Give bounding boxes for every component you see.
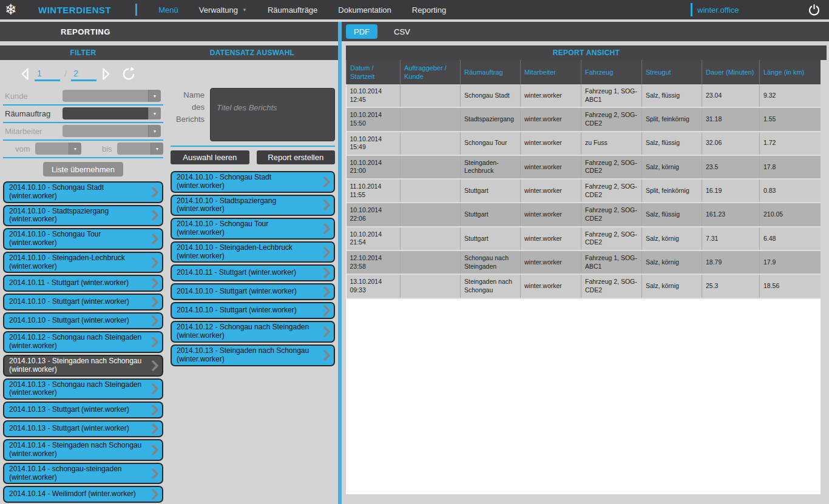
chevron-right-icon (152, 278, 158, 289)
dataset-item-user: (winter.worker) (81, 297, 129, 306)
dataset-item-user: (winter.worker) (88, 489, 136, 498)
dataset-list-item[interactable]: 2014.10.10 - Stuttgart(winter.worker) (3, 312, 163, 329)
nav-item-label: Räumaufträge (268, 5, 317, 15)
chevron-right-icon (323, 305, 330, 316)
dataset-item-title: 2014.10.10 - Stadtspaziergang (9, 207, 109, 215)
dataset-list-item[interactable]: 2014.10.13 - Steingaden nach Schongau(wi… (3, 355, 163, 377)
dataset-list-item[interactable]: 2014.10.10 - Schongau Stadt(winter.worke… (3, 181, 163, 203)
selection-list-item[interactable]: 2014.10.10 - Steingaden-Lechbruck(winter… (171, 241, 335, 263)
dataset-item-text: 2014.10.13 - Stuttgart(winter.worker) (9, 425, 146, 433)
selection-item-title: 2014.10.10 - Schongau Stadt (177, 173, 271, 181)
page-total-input[interactable] (71, 67, 96, 81)
topnav-right: winter.office (691, 3, 829, 16)
page-current-input[interactable] (35, 67, 60, 81)
report-panel: REPORT ANSICHT Datum / StartzeitAuftragg… (342, 41, 829, 504)
cell-laenge: 1.72 (760, 132, 821, 155)
dataset-list-item[interactable]: 2014.10.10 - Schongau Tour(winter.worker… (3, 228, 163, 250)
selection-list-item[interactable]: 2014.10.11 - Stuttgart(winter.worker) (171, 264, 335, 281)
selection-item-title: 2014.10.13 - Steingaden nach Schongau (177, 346, 309, 355)
table-row: 10.10.2014 12:45 Schongau Stadt winter.w… (347, 84, 821, 107)
power-button[interactable] (808, 4, 821, 16)
dataset-list-item[interactable]: 2014.10.13 - Stuttgart(winter.worker) (3, 420, 163, 437)
chevron-right-icon (152, 337, 158, 348)
filter-select[interactable]: ▼ (63, 125, 161, 137)
selection-list-item[interactable]: 2014.10.10 - Stuttgart(winter.worker) (171, 302, 335, 319)
selection-item-user: (winter.worker) (249, 287, 297, 295)
nav-item[interactable]: Menü ▼ (148, 5, 189, 15)
chevron-right-icon (152, 315, 158, 326)
filter-column: / Kunde (3, 60, 163, 504)
create-report-button[interactable]: Report erstellen (257, 150, 336, 164)
dataset-item-text: 2014.10.13 - Stuttgart(winter.worker) (9, 406, 146, 414)
date-from-select[interactable]: ▼ (35, 143, 81, 155)
dataset-list-item[interactable]: 2014.10.14 - Weilimdorf(winter.worker) (3, 486, 163, 503)
dataset-item-text: 2014.10.14 - Weilimdorf(winter.worker) (9, 490, 146, 499)
cell-laenge: 0.83 (760, 179, 821, 203)
nav-item[interactable]: Verwaltung ▼ (189, 5, 257, 15)
cell-dauer: 16.19 (702, 179, 760, 203)
nav-item[interactable]: Räumaufträge ▼ (257, 5, 328, 15)
dataset-list-item[interactable]: 2014.10.10 - Stuttgart(winter.worker) (3, 294, 163, 311)
cell-dauer: 25.3 (702, 274, 760, 298)
dataset-list-item[interactable]: 2014.10.12 - Schongau nach Steingaden(wi… (3, 331, 163, 353)
filter-select[interactable]: ▼ (63, 90, 161, 102)
cell-datum: 10.10.2014 21:54 (347, 227, 401, 250)
export-tab[interactable]: CSV (386, 24, 418, 39)
snowflake-icon: ❄ (2, 0, 20, 19)
next-page-button[interactable] (100, 67, 112, 81)
clear-selection-button[interactable]: Auswahl leeren (171, 150, 249, 164)
report-name-input[interactable] (210, 88, 335, 141)
dataset-item-text: 2014.10.10 - Schongau Tour(winter.worker… (9, 230, 146, 247)
dataset-item-user: (winter.worker) (9, 450, 146, 459)
dataset-item-title: 2014.10.10 - Stuttgart (9, 297, 80, 306)
dataset-list-item[interactable]: 2014.10.11 - Stuttgart(winter.worker) (3, 275, 163, 292)
selection-list-item[interactable]: 2014.10.10 - Schongau Tour(winter.worker… (171, 218, 335, 240)
dataset-list-item[interactable]: 2014.10.13 - Schongau nach Steingaden(wi… (3, 378, 163, 400)
export-tab[interactable]: PDF (346, 24, 377, 39)
nav-item[interactable]: Dokumentation ▼ (328, 5, 401, 15)
refresh-button[interactable] (121, 66, 137, 82)
date-to-select[interactable]: ▼ (117, 143, 163, 155)
filter-select[interactable]: ▼ (63, 107, 161, 119)
cell-mitarbeiter: winter.worker (521, 107, 581, 131)
chevron-right-icon (152, 489, 158, 500)
selection-list-item[interactable]: 2014.10.10 - Stadtspaziergang(winter.wor… (171, 195, 335, 217)
dataset-list-item[interactable]: 2014.10.14 - Steingaden nach Schongau(wi… (3, 439, 163, 461)
selection-item-title: 2014.10.11 - Stuttgart (177, 268, 246, 277)
column-header: Dauer (Minuten) (702, 60, 760, 84)
cell-datum: 11.10.2014 11:55 (347, 179, 401, 203)
cell-fahrzeug: Fahrzeug 1, SOG-ABC1 (581, 250, 642, 274)
cell-laenge: 17.8 (760, 155, 821, 179)
nav-item[interactable]: Reporting ▼ (402, 5, 456, 15)
dataset-list-item[interactable]: 2014.10.10 - Steingaden-Lechbruck(winter… (3, 252, 163, 274)
cell-raeumauftrag: Steingaden-Lechbruck (461, 155, 521, 179)
cell-auftraggeber (401, 84, 461, 107)
selection-list-item[interactable]: 2014.10.10 - Stuttgart(winter.worker) (171, 283, 335, 300)
dataset-item-text: 2014.10.14 - Steingaden nach Schongau(wi… (9, 442, 146, 459)
dataset-list-item[interactable]: 2014.10.10 - Stadtspaziergang(winter.wor… (3, 205, 163, 227)
chevron-right-icon (323, 350, 330, 361)
report-header-row: Datum / StartzeitAuftraggeber / KundeRäu… (347, 60, 821, 84)
cell-dauer: 7.31 (702, 227, 760, 250)
prev-page-button[interactable] (19, 67, 31, 81)
cell-auftraggeber (401, 107, 461, 131)
selection-item-text: 2014.10.10 - Stuttgart(winter.worker) (177, 287, 318, 296)
cell-datum: 12.10.2014 23:58 (347, 250, 401, 274)
dataset-list-item[interactable]: 2014.10.14 - schongau-steingaden(winter.… (3, 463, 163, 485)
selection-list-item[interactable]: 2014.10.13 - Steingaden nach Schongau(wi… (171, 344, 335, 366)
table-row: 10.10.2014 22:06 Stuttgart winter.worker… (347, 203, 821, 226)
cell-raeumauftrag: Schongau Stadt (461, 84, 521, 107)
cell-streugut: Salz, körnig (642, 250, 702, 274)
apply-list-button[interactable]: Liste übernehmen (43, 162, 123, 176)
selection-section-title: DATENSATZ AUSWAHL (166, 45, 338, 60)
dataset-list-item[interactable]: 2014.10.13 - Stuttgart(winter.worker) (3, 402, 163, 418)
dataset-item-user: (winter.worker) (81, 316, 129, 324)
chevron-right-icon (323, 326, 330, 337)
selection-item-text: 2014.10.10 - Schongau Stadt(winter.worke… (177, 173, 318, 190)
page-title: REPORTING (61, 27, 110, 36)
selection-list-item[interactable]: 2014.10.12 - Schongau nach Steingaden(wi… (171, 321, 335, 343)
selection-item-user: (winter.worker) (177, 205, 318, 213)
selection-item-title: 2014.10.10 - Stuttgart (177, 287, 247, 295)
dataset-item-user: (winter.worker) (9, 192, 146, 201)
selection-list-item[interactable]: 2014.10.10 - Schongau Stadt(winter.worke… (171, 171, 335, 193)
